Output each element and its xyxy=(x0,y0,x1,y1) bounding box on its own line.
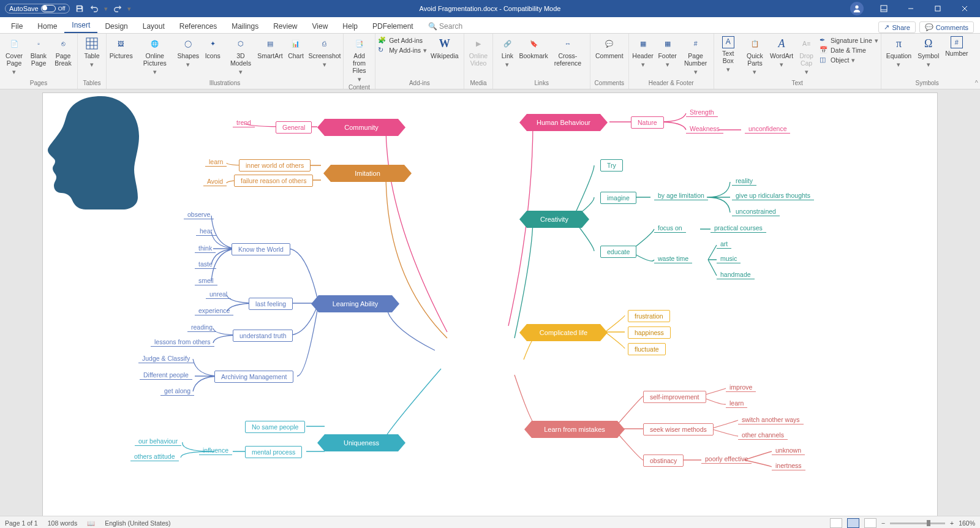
tab-review[interactable]: Review xyxy=(266,20,304,33)
minimize-button[interactable] xyxy=(898,0,924,17)
search-box[interactable]: 🔍 Search xyxy=(421,20,470,33)
spellcheck-icon[interactable]: 📖 xyxy=(87,519,95,527)
ribbon-options-button[interactable] xyxy=(871,0,897,17)
tab-design[interactable]: Design xyxy=(97,20,135,33)
get-addins-button[interactable]: 🧩Get Add-ins xyxy=(378,36,423,45)
node-nature[interactable]: Nature xyxy=(631,116,664,129)
link-button[interactable]: 🔗Link▾ xyxy=(496,35,519,69)
node-inner-world[interactable]: inner world of others xyxy=(239,159,311,172)
quick-parts-button[interactable]: 📋Quick Parts▾ xyxy=(741,35,769,77)
status-language[interactable]: English (United States) xyxy=(105,519,170,527)
text-box-button[interactable]: AText Box▾ xyxy=(717,35,740,74)
node-no-same[interactable]: No same people xyxy=(245,421,305,433)
leaf-focus: focus on xyxy=(654,224,686,233)
tab-home[interactable]: Home xyxy=(30,20,64,33)
close-button[interactable] xyxy=(952,0,978,17)
document-page[interactable]: Know yourself Community General trend Im… xyxy=(43,93,937,516)
number-button[interactable]: #Number xyxy=(943,35,970,58)
zoom-level[interactable]: 160% xyxy=(959,519,975,527)
3d-models-button[interactable]: ⬡3D Models▾ xyxy=(225,35,256,77)
view-print-layout[interactable] xyxy=(847,518,859,528)
node-obstinacy[interactable]: obstinacy xyxy=(643,454,684,467)
save-icon[interactable] xyxy=(75,4,85,13)
node-last-feeling[interactable]: last feeling xyxy=(249,298,293,310)
qat-customize-icon[interactable]: ▾ xyxy=(127,5,131,13)
node-mental-process[interactable]: mental process xyxy=(245,446,302,458)
user-avatar-icon[interactable] xyxy=(850,2,864,15)
tab-references[interactable]: References xyxy=(172,20,224,33)
tab-layout[interactable]: Layout xyxy=(135,20,172,33)
screenshot-button[interactable]: ⎙Screenshot▾ xyxy=(309,35,341,69)
page-number-button[interactable]: #Page Number▾ xyxy=(680,35,711,77)
node-complicated-life[interactable]: Complicated life xyxy=(527,324,600,341)
maximize-button[interactable] xyxy=(925,0,951,17)
blank-page-button[interactable]: ▫Blank Page xyxy=(27,35,50,68)
my-addins-button[interactable]: ↻My Add-ins ▾ xyxy=(378,46,427,55)
node-uniqueness[interactable]: Uniqueness xyxy=(325,434,398,451)
autosave-toggle[interactable]: AutoSaveOff xyxy=(5,4,70,13)
comments-button[interactable]: 💬 Comments xyxy=(919,21,974,33)
tab-view[interactable]: View xyxy=(305,20,336,33)
node-frustration[interactable]: frustration xyxy=(628,310,670,322)
symbol-button[interactable]: ΩSymbol▾ xyxy=(915,35,941,69)
node-human-behaviour[interactable]: Human Behaviour xyxy=(527,114,600,131)
node-creativity[interactable]: Creativity xyxy=(527,211,582,228)
redo-icon[interactable] xyxy=(113,4,123,13)
cross-reference-button[interactable]: ↔Cross-reference xyxy=(548,35,587,68)
bookmark-button[interactable]: 🔖Bookmark xyxy=(520,35,546,61)
undo-dropdown-icon[interactable]: ▾ xyxy=(104,5,108,13)
chart-button[interactable]: 📊Chart xyxy=(284,35,307,61)
header-button[interactable]: ▦Header▾ xyxy=(631,35,655,69)
zoom-out-button[interactable]: − xyxy=(881,519,885,527)
node-try[interactable]: Try xyxy=(600,159,623,172)
node-seek-wiser[interactable]: seek wiser methods xyxy=(643,423,714,436)
node-learning-ability[interactable]: Learning Ability xyxy=(318,295,392,312)
collapse-ribbon-icon[interactable]: ^ xyxy=(973,34,980,89)
node-understand-truth[interactable]: understand truth xyxy=(233,330,293,342)
node-failure-reason[interactable]: failure reason of others xyxy=(234,175,313,187)
status-page[interactable]: Page 1 of 1 xyxy=(5,519,38,527)
pictures-button[interactable]: 🖼Pictures xyxy=(109,35,133,61)
node-imitation[interactable]: Imitation xyxy=(331,165,404,182)
wikipedia-button[interactable]: WWikipedia xyxy=(428,35,461,61)
node-learn-mistakes[interactable]: Learn from mistakes xyxy=(532,421,617,438)
node-fluctuate[interactable]: fluctuate xyxy=(628,343,666,355)
node-educate[interactable]: educate xyxy=(600,246,636,258)
smartart-button[interactable]: ▤SmartArt xyxy=(257,35,283,61)
view-web-layout[interactable] xyxy=(864,518,876,528)
group-links: Links xyxy=(496,80,587,88)
status-words[interactable]: 108 words xyxy=(48,519,77,527)
zoom-in-button[interactable]: + xyxy=(950,519,954,527)
tab-help[interactable]: Help xyxy=(335,20,365,33)
node-self-improvement[interactable]: self-improvement xyxy=(643,391,706,403)
node-community[interactable]: Community xyxy=(325,119,398,136)
comment-button[interactable]: 💬Comment xyxy=(593,35,626,61)
wordart-button[interactable]: AWordArt▾ xyxy=(770,35,793,69)
table-button[interactable]: Table▾ xyxy=(80,35,104,69)
object-button[interactable]: ◫Object ▾ xyxy=(820,56,855,64)
online-pictures-button[interactable]: 🌐Online Pictures▾ xyxy=(134,35,175,77)
tab-mailings[interactable]: Mailings xyxy=(224,20,266,33)
cover-page-button[interactable]: 📄Cover Page▾ xyxy=(2,35,26,77)
tab-insert[interactable]: Insert xyxy=(64,18,97,33)
tab-pdfelement[interactable]: PDFelement xyxy=(365,20,421,33)
add-from-files-button[interactable]: 📑Add from Files▾ xyxy=(346,35,372,84)
node-know-world[interactable]: Know the World xyxy=(232,243,290,255)
tab-file[interactable]: File xyxy=(4,20,30,33)
node-archiving[interactable]: Archiving Management xyxy=(214,371,293,383)
shapes-button[interactable]: ◯Shapes▾ xyxy=(176,35,200,69)
icons-button[interactable]: ✦Icons xyxy=(201,35,224,61)
undo-icon[interactable] xyxy=(89,4,99,13)
equation-button[interactable]: πEquation▾ xyxy=(884,35,914,69)
footer-button[interactable]: ▦Footer▾ xyxy=(656,35,679,69)
share-button[interactable]: ↗ Share xyxy=(878,21,915,33)
zoom-slider[interactable] xyxy=(890,522,945,524)
leaf-judge: Judge & Classify xyxy=(138,355,194,363)
signature-line-button[interactable]: ✒Signature Line ▾ xyxy=(820,36,878,45)
date-time-button[interactable]: 📅Date & Time xyxy=(820,46,866,55)
node-general[interactable]: General xyxy=(276,121,312,134)
node-imagine[interactable]: imagine xyxy=(600,192,636,204)
view-read-mode[interactable] xyxy=(830,518,842,528)
page-break-button[interactable]: ⎋Page Break xyxy=(51,35,75,68)
node-happiness[interactable]: happiness xyxy=(628,326,671,339)
